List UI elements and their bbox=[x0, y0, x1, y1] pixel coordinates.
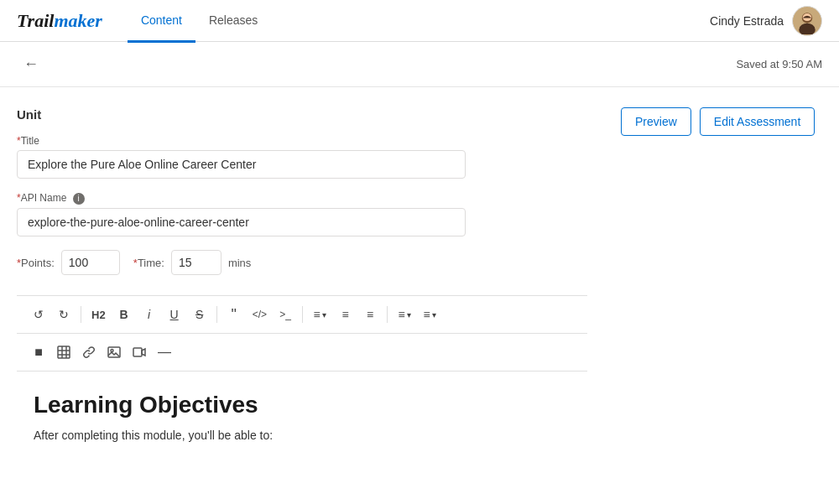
api-name-field-label: *API Name i bbox=[17, 192, 587, 205]
link-button[interactable] bbox=[77, 340, 101, 364]
block-button[interactable]: ■ bbox=[27, 340, 50, 364]
title-field-label: *Title bbox=[17, 135, 587, 147]
nav-tab-releases[interactable]: Releases bbox=[195, 1, 271, 43]
points-group: *Points: bbox=[17, 250, 120, 275]
back-button[interactable]: ← bbox=[17, 52, 45, 76]
editor-toolbar-row1: ↺ ↻ H2 B i U S " </> >_ ≡▾ ≡ bbox=[17, 296, 587, 334]
svg-rect-5 bbox=[58, 346, 70, 358]
avatar[interactable] bbox=[792, 6, 822, 36]
time-input[interactable] bbox=[171, 250, 221, 275]
editor-toolbar-row2: ■ bbox=[17, 334, 587, 372]
undo-button[interactable]: ↺ bbox=[27, 303, 50, 326]
action-buttons: Preview Edit Assessment bbox=[621, 107, 815, 497]
app-logo: Trailmaker bbox=[17, 10, 102, 32]
ordered-list-dropdown-button[interactable]: ≡▾ bbox=[393, 303, 416, 326]
toolbar-divider-2 bbox=[216, 306, 217, 323]
redo-button[interactable]: ↻ bbox=[52, 303, 76, 326]
header-right: Cindy Estrada bbox=[710, 6, 822, 36]
points-time-row: *Points: *Time: mins bbox=[17, 250, 587, 275]
svg-point-11 bbox=[111, 350, 113, 352]
points-label: *Points: bbox=[17, 257, 55, 269]
user-name-label: Cindy Estrada bbox=[710, 14, 784, 28]
underline-button[interactable]: U bbox=[163, 303, 186, 326]
saved-status: Saved at 9:50 AM bbox=[736, 58, 822, 70]
italic-button[interactable]: i bbox=[138, 303, 161, 326]
api-name-info-icon[interactable]: i bbox=[73, 193, 85, 205]
editor-heading: Learning Objectives bbox=[34, 392, 571, 418]
main-nav: Content Releases bbox=[128, 0, 271, 41]
svg-point-4 bbox=[800, 23, 815, 33]
bold-button[interactable]: B bbox=[112, 303, 136, 326]
editor-paragraph: After completing this module, you'll be … bbox=[34, 429, 571, 442]
image-button[interactable] bbox=[102, 340, 126, 364]
editor-container: ↺ ↻ H2 B i U S " </> >_ ≡▾ ≡ bbox=[17, 295, 587, 497]
app-header: Trailmaker Content Releases Cindy Estrad… bbox=[0, 0, 839, 42]
preview-button[interactable]: Preview bbox=[621, 107, 691, 136]
table-button[interactable] bbox=[52, 340, 76, 364]
nav-tab-content[interactable]: Content bbox=[128, 1, 195, 43]
align-left-dropdown-button[interactable]: ≡▾ bbox=[308, 303, 331, 326]
code-button[interactable]: </> bbox=[248, 303, 272, 326]
edit-assessment-button[interactable]: Edit Assessment bbox=[700, 107, 816, 136]
toolbar-divider-4 bbox=[387, 306, 388, 323]
time-group: *Time: mins bbox=[133, 250, 252, 275]
svg-rect-12 bbox=[133, 348, 142, 356]
editor-content[interactable]: Learning Objectives After completing thi… bbox=[17, 372, 587, 497]
section-label: Unit bbox=[17, 107, 587, 122]
title-field-group: *Title bbox=[17, 135, 587, 179]
toolbar-divider-3 bbox=[302, 306, 303, 323]
time-label: *Time: bbox=[133, 257, 164, 269]
api-name-field-group: *API Name i bbox=[17, 192, 587, 236]
align-right-button[interactable]: ≡ bbox=[358, 303, 382, 326]
terminal-button[interactable]: >_ bbox=[274, 303, 297, 326]
blockquote-button[interactable]: " bbox=[222, 303, 246, 326]
points-input[interactable] bbox=[61, 250, 120, 275]
divider-button[interactable]: — bbox=[153, 340, 176, 364]
page-toolbar: ← Saved at 9:50 AM bbox=[0, 42, 839, 87]
title-input[interactable] bbox=[17, 150, 466, 179]
api-name-input[interactable] bbox=[17, 208, 466, 236]
align-center-button[interactable]: ≡ bbox=[333, 303, 357, 326]
toolbar-divider-1 bbox=[81, 306, 81, 323]
strikethrough-button[interactable]: S bbox=[188, 303, 211, 326]
heading2-button[interactable]: H2 bbox=[86, 303, 111, 326]
main-content: Unit *Title *API Name i *Points: bbox=[0, 87, 839, 504]
form-section: Unit *Title *API Name i *Points: bbox=[17, 107, 587, 497]
video-button[interactable] bbox=[128, 340, 151, 364]
unordered-list-dropdown-button[interactable]: ≡▾ bbox=[418, 303, 441, 326]
mins-label: mins bbox=[228, 257, 251, 269]
